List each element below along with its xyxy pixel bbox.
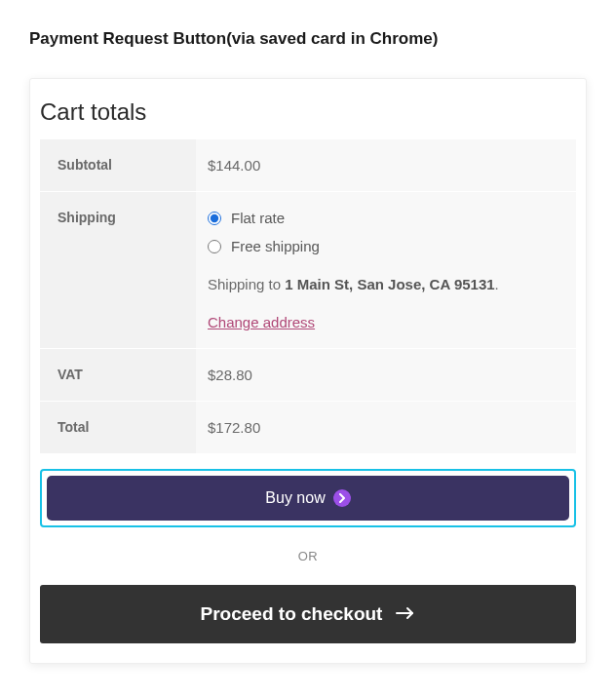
checkout-label: Proceed to checkout: [201, 603, 383, 625]
flat-rate-radio[interactable]: [208, 212, 221, 225]
or-divider: OR: [40, 527, 576, 585]
shipping-destination: Shipping to 1 Main St, San Jose, CA 9513…: [208, 276, 564, 292]
arrow-right-icon: [396, 603, 415, 625]
buttons-area: Buy now OR Proceed to checkout: [40, 469, 576, 653]
shipping-label: Shipping: [40, 192, 196, 349]
buy-now-highlight: Buy now: [40, 469, 576, 527]
vat-label: VAT: [40, 349, 196, 402]
vat-row: VAT $28.80: [40, 349, 576, 402]
shipping-option-free-shipping[interactable]: Free shipping: [208, 238, 564, 254]
subtotal-value: $144.00: [196, 139, 576, 192]
chevron-right-circle-icon: [333, 489, 351, 507]
flat-rate-label: Flat rate: [231, 210, 285, 226]
proceed-to-checkout-button[interactable]: Proceed to checkout: [40, 585, 576, 643]
cart-totals-table: Subtotal $144.00 Shipping Flat rate Free…: [40, 139, 576, 453]
vat-value: $28.80: [196, 349, 576, 402]
cart-totals-panel: Cart totals Subtotal $144.00 Shipping Fl…: [29, 78, 587, 664]
cart-totals-heading: Cart totals: [40, 89, 576, 139]
shipping-to-suffix: .: [495, 276, 499, 292]
shipping-options: Flat rate Free shipping: [208, 210, 564, 254]
buy-now-label: Buy now: [265, 489, 325, 507]
page-title: Payment Request Button(via saved card in…: [29, 29, 587, 49]
free-shipping-label: Free shipping: [231, 238, 320, 254]
shipping-to-prefix: Shipping to: [208, 276, 285, 292]
change-address-link[interactable]: Change address: [208, 314, 315, 330]
shipping-to-address: 1 Main St, San Jose, CA 95131: [285, 276, 494, 292]
total-value: $172.80: [196, 402, 576, 454]
shipping-row: Shipping Flat rate Free shipping Shippin…: [40, 192, 576, 349]
total-label: Total: [40, 402, 196, 454]
subtotal-label: Subtotal: [40, 139, 196, 192]
total-row: Total $172.80: [40, 402, 576, 454]
subtotal-row: Subtotal $144.00: [40, 139, 576, 192]
buy-now-button[interactable]: Buy now: [47, 476, 569, 521]
free-shipping-radio[interactable]: [208, 240, 221, 253]
shipping-option-flat-rate[interactable]: Flat rate: [208, 210, 564, 226]
